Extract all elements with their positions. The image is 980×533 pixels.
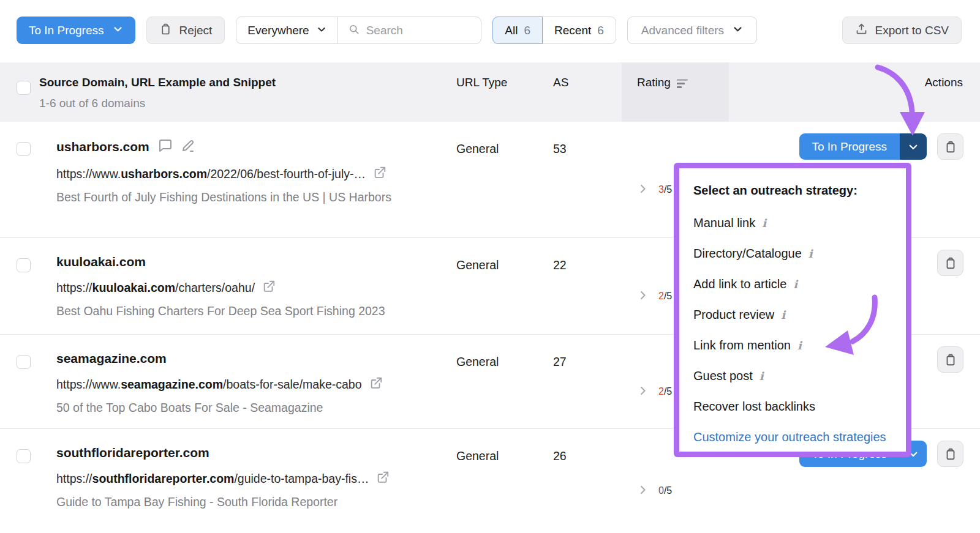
menu-item-product-review[interactable]: Product reviewi [693,307,895,323]
url-snippet: Best Fourth of July Fishing Destinations… [56,188,398,207]
external-link-icon[interactable] [376,471,390,487]
search-icon [348,23,360,38]
url-type-value: General [456,429,548,532]
as-value: 27 [548,335,622,428]
url-snippet: Guide to Tampa Bay Fishing - South Flori… [56,493,398,512]
delete-row-button[interactable] [937,346,963,373]
url-snippet: 50 of the Top Cabo Boats For Sale - Seam… [56,398,398,417]
select-all-checkbox[interactable] [17,81,31,95]
customize-strategies-link[interactable]: Customize your outreach strategies [693,429,895,445]
info-icon[interactable]: i [760,368,764,384]
trash-icon [159,23,172,39]
row-checkbox[interactable] [17,355,31,369]
tab-recent-count: 6 [597,24,604,37]
comment-icon[interactable] [158,138,173,155]
export-csv-button[interactable]: Export to CSV [842,17,962,44]
domain-name: southfloridareporter.com [56,445,209,460]
row-checkbox[interactable] [17,449,31,463]
tab-all-count: 6 [524,24,530,37]
tab-recent[interactable]: Recent 6 [543,17,616,44]
result-tabs: All 6 Recent 6 [492,17,616,44]
menu-item-add-link-to-article[interactable]: Add link to articlei [693,276,895,293]
row-status-button[interactable]: To In Progress [799,133,927,160]
rating-value: 2/5 [658,291,672,302]
advanced-filters-label: Advanced filters [641,24,724,37]
info-icon[interactable]: i [781,307,785,323]
menu-item-guest-post[interactable]: Guest posti [693,368,895,384]
external-link-icon[interactable] [373,166,386,182]
rating-column-header[interactable]: Rating [622,62,729,122]
domain-name: kuuloakai.com [56,255,146,269]
info-icon[interactable]: i [797,337,802,354]
search-input[interactable] [366,24,472,37]
menu-item-directory-catalogue[interactable]: Directory/Cataloguei [693,245,895,262]
edit-icon[interactable] [181,138,196,155]
chevron-down-icon [733,24,743,37]
chevron-right-icon[interactable] [637,289,649,304]
source-url: https://southfloridareporter.com/guide-t… [56,472,369,486]
source-url: https://www.seamagazine.com/boats-for-sa… [56,378,362,392]
table-header: Source Domain, URL Example and Snippet 1… [0,62,980,122]
url-snippet: Best Oahu Fishing Charters For Deep Sea … [56,302,398,321]
url-type-column-header: URL Type [456,62,548,122]
tab-all[interactable]: All 6 [492,17,543,44]
delete-row-button[interactable] [937,441,963,467]
rating-value: 0/5 [658,485,672,496]
search-field [338,23,481,38]
reject-button[interactable]: Reject [146,17,225,44]
advanced-filters-button[interactable]: Advanced filters [627,17,757,44]
search-group: Everywhere [236,17,481,44]
bulk-status-button[interactable]: To In Progress [17,17,135,44]
status-dropdown-toggle[interactable] [900,133,927,160]
url-type-value: General [456,238,548,334]
chevron-down-icon [113,24,123,37]
rating-value: 3/5 [658,184,672,195]
domain-name: seamagazine.com [56,351,167,366]
actions-column-header: Actions [729,62,980,122]
annotation-highlight-box: Select an outreach strategy: Manual link… [674,163,911,457]
chevron-right-icon[interactable] [637,183,649,197]
upload-icon [855,23,868,39]
menu-item-recover-lost-backlinks[interactable]: Recover lost backlinks [693,398,895,415]
search-scope-select[interactable]: Everywhere [236,17,337,43]
url-type-value: General [456,122,548,237]
domain-name: usharbors.com [56,140,149,154]
toolbar: To In Progress Reject Everywhere All 6 R… [0,0,980,44]
info-icon[interactable]: i [793,276,797,293]
search-scope-value: Everywhere [247,24,309,37]
info-icon[interactable]: i [809,245,813,262]
domains-count: 1-6 out of 6 domains [39,97,456,110]
external-link-icon[interactable] [369,376,383,393]
export-csv-label: Export to CSV [875,24,949,37]
row-status-label: To In Progress [799,133,900,160]
outreach-strategy-dropdown: Select an outreach strategy: Manual link… [679,168,906,452]
external-link-icon[interactable] [262,280,276,296]
source-url: https://kuuloakai.com/charters/oahu/ [56,281,255,295]
row-checkbox[interactable] [17,258,31,272]
as-value: 26 [548,429,622,532]
row-checkbox[interactable] [17,142,31,156]
source-column-header: Source Domain, URL Example and Snippet [39,76,456,89]
menu-item-link-from-mention[interactable]: Link from mentioni [693,337,895,354]
as-value: 22 [548,238,622,334]
rating-value: 2/5 [658,386,672,397]
source-url: https://www.usharbors.com/2022/06/best-f… [56,167,366,181]
url-type-value: General [456,335,548,428]
as-value: 53 [548,122,622,237]
info-icon[interactable]: i [762,215,766,231]
delete-row-button[interactable] [937,133,963,160]
reject-label: Reject [179,24,213,37]
sort-icon[interactable] [677,79,688,88]
dropdown-title: Select an outreach strategy: [693,184,895,198]
chevron-down-icon [317,24,326,37]
delete-row-button[interactable] [937,250,963,276]
tab-recent-label: Recent [554,24,591,37]
as-column-header: AS [548,62,622,122]
chevron-right-icon[interactable] [637,385,649,399]
chevron-right-icon[interactable] [637,484,649,498]
bulk-status-label: To In Progress [29,24,104,37]
tab-all-label: All [505,24,518,37]
menu-item-manual-link[interactable]: Manual linki [693,215,895,231]
